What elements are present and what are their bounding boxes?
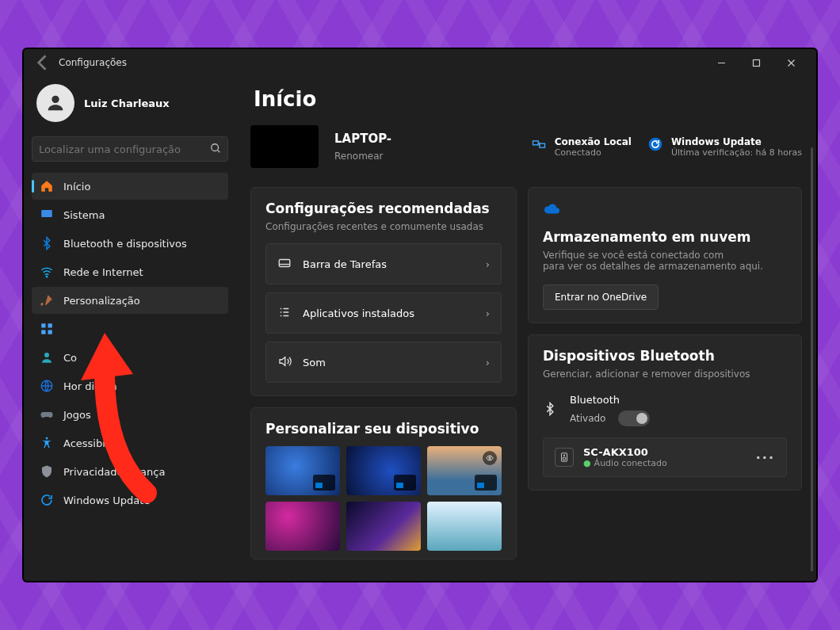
theme-tile[interactable] (427, 446, 502, 495)
close-button[interactable] (773, 51, 808, 74)
search-input[interactable] (32, 136, 228, 162)
view-icon (483, 451, 497, 465)
back-button[interactable] (32, 52, 54, 74)
page-title: Início (254, 87, 802, 111)
apps-icon (40, 322, 54, 336)
search-icon (210, 142, 221, 157)
theme-tile[interactable] (265, 446, 340, 495)
svg-point-4 (46, 276, 48, 277)
svg-rect-12 (533, 140, 538, 144)
rec-item-label: Barra de Tarefas (303, 258, 475, 270)
bt-toggle[interactable] (618, 410, 650, 426)
bt-label: Bluetooth (570, 394, 787, 406)
chevron-right-icon: › (486, 307, 490, 319)
bt-device-name: SC-AKX100 (583, 446, 746, 458)
minimize-button[interactable] (704, 51, 739, 74)
sidebar-item-system[interactable]: Sistema (32, 201, 228, 228)
svg-rect-13 (539, 143, 544, 147)
sidebar-item-gaming[interactable]: Jogos (32, 401, 228, 428)
accessibility-icon (40, 436, 54, 450)
cloud-subtitle: Verifique se você está conectado com par… (543, 250, 787, 272)
bluetooth-icon (543, 402, 557, 419)
sidebar-item-label: Hor dioma (63, 380, 117, 392)
bt-device-status: ●Áudio conectado (583, 458, 746, 468)
bluetooth-icon (40, 236, 54, 250)
person-icon (40, 350, 54, 365)
sidebar-item-home[interactable]: Início (32, 173, 228, 200)
sidebar-item-accessibility[interactable]: Acessibili (32, 430, 228, 456)
svg-rect-6 (48, 323, 52, 327)
rec-item-label: Som (303, 357, 475, 368)
recommended-card: Configurações recomendadas Configurações… (250, 187, 517, 396)
paintbrush-icon (40, 293, 54, 307)
sidebar-item-label: Windows Update (63, 494, 150, 506)
sidebar-item-time-language[interactable]: Hor dioma (32, 372, 228, 399)
svg-point-1 (52, 96, 59, 103)
onedrive-sign-in-button[interactable]: Entrar no OneDrive (543, 284, 659, 310)
more-button[interactable]: ··· (756, 450, 775, 465)
bluetooth-card: Dispositivos Bluetooth Gerenciar, adicio… (528, 334, 802, 491)
bt-subtitle: Gerenciar, adicionar e remover dispositi… (543, 368, 787, 380)
sidebar-item-label: Acessibili (63, 437, 111, 449)
gamepad-icon (40, 407, 54, 422)
device-thumbnail (250, 125, 319, 168)
cloud-title: Armazenamento em nuvem (543, 229, 787, 245)
theme-tile[interactable] (346, 502, 421, 551)
svg-point-18 (563, 457, 566, 460)
header-info-wu[interactable]: Windows Update Última verificação: há 8 … (647, 136, 802, 158)
device-rename-link[interactable]: Renomear (334, 151, 391, 162)
rec-item-apps[interactable]: Aplicativos instalados › (265, 292, 502, 334)
sidebar-item-windows-update[interactable]: Windows Update (32, 487, 228, 514)
sidebar-item-apps[interactable] (32, 315, 228, 342)
bt-device-row[interactable]: SC-AKX100 ●Áudio conectado ··· (543, 437, 787, 477)
pers-title: Personalizar seu dispositivo (265, 421, 502, 437)
home-icon (40, 179, 54, 193)
globe-icon (40, 379, 54, 393)
svg-rect-5 (41, 323, 45, 327)
sidebar-item-bluetooth[interactable]: Bluetooth e dispositivos (32, 230, 228, 257)
svg-rect-7 (41, 330, 45, 334)
rec-item-sound[interactable]: Som › (265, 342, 502, 383)
maximize-button[interactable] (739, 51, 773, 74)
window-title: Configurações (59, 57, 127, 68)
theme-tile[interactable] (427, 502, 502, 551)
search-field[interactable] (39, 143, 210, 155)
main-panel: Início LAPTOP- Renomear Conexão Local Co… (236, 76, 816, 581)
cloud-card: Armazenamento em nuvem Verifique se você… (528, 187, 802, 323)
header-net-sub: Conectado (555, 147, 632, 158)
theme-tile[interactable] (346, 446, 421, 495)
user-block[interactable]: Luiz Charleaux (32, 76, 228, 136)
rec-subtitle: Configurações recentes e comumente usada… (265, 221, 502, 232)
scrollbar[interactable] (811, 147, 813, 571)
rec-item-taskbar[interactable]: Barra de Tarefas › (265, 243, 502, 284)
user-name: Luiz Charleaux (84, 97, 170, 109)
svg-point-14 (649, 137, 662, 151)
svg-point-16 (489, 457, 491, 460)
sidebar-item-label: Rede e Internet (63, 266, 143, 278)
header-wu-label: Windows Update (671, 136, 802, 147)
bt-title: Dispositivos Bluetooth (543, 348, 787, 364)
update-icon (647, 136, 663, 155)
sidebar-item-label: Co (63, 352, 77, 364)
svg-rect-3 (41, 210, 52, 217)
sidebar-item-personalization[interactable]: Personalização (32, 287, 228, 314)
sidebar-item-label: Início (63, 181, 90, 193)
svg-point-19 (563, 455, 564, 456)
shield-icon (40, 464, 54, 479)
svg-rect-0 (753, 59, 759, 66)
header-info-network[interactable]: Conexão Local Conectado (531, 136, 632, 158)
chevron-right-icon: › (486, 258, 490, 270)
sound-icon (277, 354, 292, 371)
sidebar-item-label: Bluetooth e dispositivos (63, 238, 187, 250)
sidebar-item-label: Sistema (63, 209, 105, 221)
sidebar-item-network[interactable]: Rede e Internet (32, 258, 228, 285)
speaker-icon (555, 448, 574, 467)
sidebar-item-label: Privacidade e rança (63, 466, 165, 478)
svg-point-11 (46, 437, 48, 440)
ethernet-icon (531, 136, 547, 155)
theme-tile[interactable] (265, 502, 340, 551)
sidebar-item-label: Personalização (63, 295, 140, 307)
sidebar-item-privacy[interactable]: Privacidade e rança (32, 458, 228, 485)
personalize-card: Personalizar seu dispositivo (250, 407, 517, 559)
sidebar-item-accounts[interactable]: Co (32, 344, 228, 371)
